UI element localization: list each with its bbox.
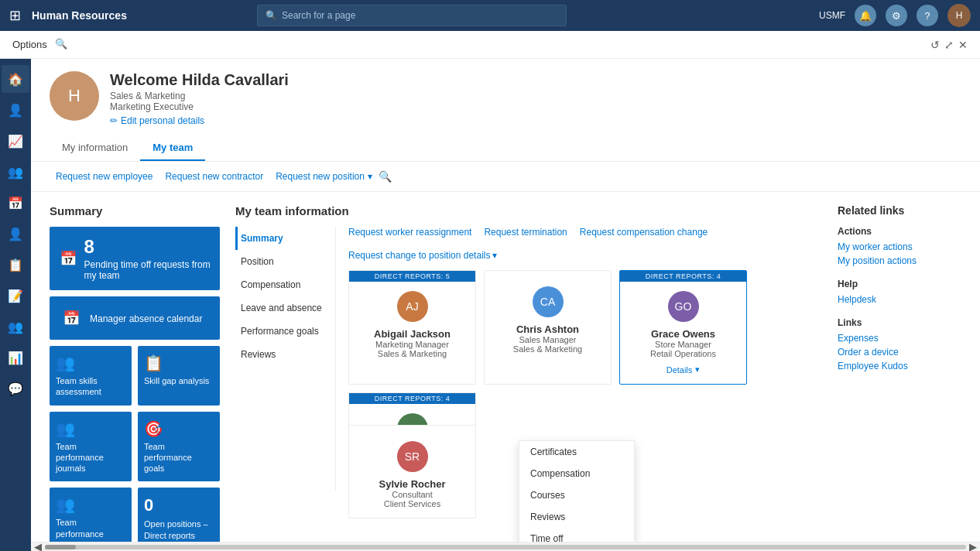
pending-time-off-tile[interactable]: 📅 8 Pending time off requests from my te…: [50, 227, 220, 290]
absence-calendar-tile[interactable]: 📅 Manager absence calendar: [50, 296, 220, 340]
worker-dept-abigail: Sales & Marketing: [358, 349, 466, 358]
scroll-left-icon[interactable]: ◀: [34, 541, 42, 551]
worker-role-chris: Sales Manager: [494, 335, 601, 344]
team-nav-summary[interactable]: Summary: [235, 227, 329, 250]
related-actions-heading: Actions: [838, 226, 961, 237]
expenses-link[interactable]: Expenses: [838, 333, 961, 344]
dropdown-item-courses[interactable]: Courses: [519, 484, 634, 506]
team-performance-journals-tile[interactable]: 👥 Team performance journals: [50, 412, 132, 482]
team-performance-reviews-tile[interactable]: 👥 Team performance reviews: [50, 488, 132, 542]
my-position-actions-link[interactable]: My position actions: [838, 255, 961, 266]
dropdown-item-reviews[interactable]: Reviews: [519, 506, 634, 528]
options-label: Options: [12, 39, 47, 50]
team-nav-reviews[interactable]: Reviews: [235, 343, 329, 366]
perf-reviews-icon: 👥: [56, 495, 75, 514]
related-help-heading: Help: [838, 279, 961, 289]
my-worker-actions-link[interactable]: My worker actions: [838, 241, 961, 252]
dropdown-item-time-off[interactable]: Time off: [519, 528, 634, 542]
sidebar-icon-analytics[interactable]: 📊: [2, 344, 29, 371]
sidebar-icon-person[interactable]: 👤: [2, 96, 29, 124]
request-compensation-change-btn[interactable]: Request compensation change: [580, 227, 708, 238]
request-termination-btn[interactable]: Request termination: [484, 227, 567, 238]
worker-name-grace: Grace Owens: [629, 328, 737, 340]
employee-kudos-link[interactable]: Employee Kudos: [838, 361, 961, 371]
sidebar-icon-docs[interactable]: 📋: [2, 251, 29, 279]
order-device-link[interactable]: Order a device: [838, 347, 961, 358]
sidebar-icon-note[interactable]: 📝: [2, 282, 29, 310]
tab-my-team[interactable]: My team: [140, 135, 205, 161]
close-icon[interactable]: ✕: [958, 39, 968, 51]
worker-card-sylvie[interactable]: SR Sylvie Rocher Consultant Client Servi…: [348, 425, 476, 518]
request-worker-reassignment-btn[interactable]: Request worker reassignment: [348, 227, 471, 238]
team-nav-position[interactable]: Position: [235, 250, 329, 273]
worker-card-abigail[interactable]: DIRECT REPORTS: 5 AJ Abigail Jackson Mar…: [348, 270, 476, 385]
team-panel: My team information Summary Position Com…: [235, 204, 822, 529]
team-content: Request worker reassignment Request term…: [336, 227, 822, 491]
sidebar-icon-chat[interactable]: 💬: [2, 375, 29, 402]
request-new-position-button[interactable]: Request new position ▾: [269, 168, 379, 185]
options-search-icon[interactable]: 🔍: [55, 38, 69, 52]
team-nav-perf-goals[interactable]: Performance goals: [235, 320, 329, 343]
request-position-details-btn[interactable]: Request change to position details ▾: [348, 250, 497, 261]
helpdesk-link[interactable]: Helpdesk: [838, 294, 961, 305]
journals-label: Team performance journals: [56, 441, 125, 474]
welcome-heading: Welcome Hilda Cavallari: [110, 71, 289, 89]
details-link-grace[interactable]: Details ▾: [629, 364, 737, 375]
team-layout: Summary Position Compensation Leave and …: [235, 227, 822, 491]
global-search[interactable]: 🔍 Search for a page: [257, 5, 567, 26]
team-nav-leave[interactable]: Leave and absence: [235, 296, 329, 320]
scrollbar-track: [45, 545, 966, 549]
edit-personal-link[interactable]: ✏ Edit personal details: [110, 115, 289, 126]
team-skills-tile[interactable]: 👥 Team skills assessment: [50, 346, 132, 406]
worker-name-abigail: Abigail Jackson: [358, 328, 466, 340]
related-links-section: Links Expenses Order a device Employee K…: [838, 317, 961, 371]
worker-dept-chris: Sales & Marketing: [494, 344, 601, 354]
help-icon[interactable]: ?: [917, 5, 938, 26]
dropdown-item-compensation[interactable]: Compensation: [519, 463, 634, 484]
worker-card-chris[interactable]: CA Chris Ashton Sales Manager Sales & Ma…: [484, 270, 612, 385]
sidebar-icon-user2[interactable]: 👤: [2, 220, 29, 248]
settings-icon[interactable]: ⚙: [886, 5, 907, 26]
top-right-icons: USMF 🔔 ⚙ ? H: [819, 4, 971, 27]
request-new-employee-button[interactable]: Request new employee: [50, 168, 159, 185]
sidebar-icon-calendar[interactable]: 📅: [2, 189, 29, 217]
action-bar: Request new employee Request new contrac…: [31, 162, 980, 192]
sidebar-icon-home[interactable]: 🏠: [2, 65, 29, 93]
worker-card-grace[interactable]: DIRECT REPORTS: 4 GO Grace Owens Store M…: [619, 270, 747, 385]
skill-gap-icon: 📋: [144, 354, 163, 372]
sidebar-icon-team[interactable]: 👥: [2, 158, 29, 186]
summary-panel: Summary 📅 8 Pending time off requests fr…: [50, 204, 220, 529]
notifications-icon[interactable]: 🔔: [855, 5, 876, 26]
chevron-down-icon2: ▾: [492, 250, 497, 261]
sidebar-icon-chart[interactable]: 📈: [2, 127, 29, 155]
worker-avatar-grace: GO: [668, 291, 699, 322]
sidebar-icon-group[interactable]: 👥: [2, 313, 29, 341]
waffle-icon[interactable]: ⊞: [9, 7, 21, 24]
scroll-right-icon[interactable]: ▶: [969, 541, 977, 551]
direct-reports-badge-grace: DIRECT REPORTS: 4: [620, 271, 746, 282]
worker-name-sylvie: Sylvie Rocher: [358, 478, 466, 490]
action-bar-search-icon[interactable]: 🔍: [379, 170, 392, 183]
related-help-section: Help Helpdesk: [838, 279, 961, 305]
team-performance-goals-tile[interactable]: 🎯 Team performance goals: [138, 412, 220, 482]
maximize-icon[interactable]: ⤢: [944, 39, 954, 51]
worker-dept-grace: Retail Operations: [629, 349, 737, 358]
worker-avatar-chris: CA: [533, 286, 564, 317]
skill-gap-tile[interactable]: 📋 Skill gap analysis: [138, 346, 220, 406]
user-avatar-top[interactable]: H: [947, 4, 971, 27]
request-new-contractor-button[interactable]: Request new contractor: [159, 168, 269, 185]
team-nav-compensation[interactable]: Compensation: [235, 273, 329, 296]
worker-role-abigail: Marketing Manager: [358, 340, 466, 349]
tab-my-information[interactable]: My information: [50, 135, 140, 161]
open-positions-tile[interactable]: 0 Open positions – Direct reports: [138, 488, 220, 542]
scrollbar-thumb: [45, 545, 76, 549]
refresh-icon[interactable]: ↺: [930, 39, 940, 51]
user-avatar-large: H: [50, 71, 99, 121]
bottom-scrollbar[interactable]: ◀ ▶: [31, 542, 980, 551]
window-controls: ↺ ⤢ ✕: [930, 39, 968, 51]
dropdown-item-certificates[interactable]: Certificates: [519, 441, 634, 463]
perf-reviews-label: Team performance reviews: [56, 517, 125, 542]
related-links-title: Related links: [838, 204, 961, 217]
pending-label: Pending time off requests from my team: [84, 259, 211, 281]
search-placeholder: Search for a page: [282, 10, 355, 21]
